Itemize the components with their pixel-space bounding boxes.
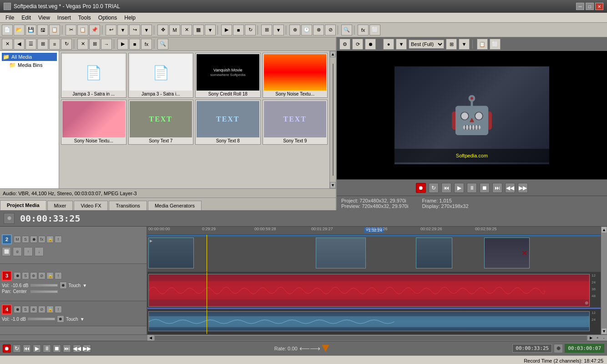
detail-button[interactable]: ≡ [49,39,60,50]
trim-button[interactable]: ⊘ [325,25,336,35]
track-tool-1[interactable]: ⊕ [4,213,15,224]
media-thumb-6[interactable]: TEXT Sony Text 8 [195,100,261,145]
undo-list-button[interactable]: ▼ [117,25,128,35]
h-scroll-right-arrow[interactable]: ▶ [588,335,594,341]
wipe-button[interactable]: ⬜ [369,25,380,35]
track-2-down-arrow[interactable]: ↓ [35,247,44,256]
track-2-expand[interactable]: ! [55,236,62,243]
video-clip-2[interactable] [316,238,366,268]
tree-item-all-media[interactable]: 📁 All Media [2,53,57,61]
cut-button[interactable]: ✂ [66,25,76,35]
stop-preview-btn[interactable]: ■ [129,39,140,50]
tl-time-btn[interactable]: ⊕ [554,344,563,353]
menu-file[interactable]: File [2,14,18,22]
track-2-opacity-icon[interactable]: α [13,247,22,256]
zoom-search-btn[interactable]: 🔍 [157,39,168,50]
event-button[interactable]: ▦ [193,25,204,35]
tab-transitions[interactable]: Transitions [109,201,147,210]
split-button[interactable]: ⊗ [313,25,324,35]
thumbnail-button[interactable]: ⊞ [37,39,48,50]
close-panel-button[interactable]: ✕ [2,39,13,50]
track-3-num[interactable]: 3 [2,271,12,281]
delete-button[interactable]: ✕ [77,39,88,50]
tab-mixer[interactable]: Mixer [47,201,73,210]
stop-button[interactable]: ■ [233,25,244,35]
track-4-solo[interactable]: S [22,306,29,313]
track-4-lock[interactable]: 🔒 [46,306,54,313]
track-4-record[interactable]: ⊕ [30,306,37,313]
tl-stop-btn[interactable]: ⏹ [53,344,61,353]
tl-loop-btn[interactable]: ↻ [13,344,21,353]
media-thumb-3[interactable]: Sony Noise Textu... [263,53,328,98]
fx-preview-btn[interactable]: fx [141,39,152,50]
grid-dropdown[interactable]: ▼ [273,25,284,35]
track-2-num[interactable]: 2 [2,234,12,244]
refresh-button[interactable]: ↻ [61,39,72,50]
play-button[interactable]: ▶ [221,25,232,35]
track-3-touch-dropdown[interactable]: ▼ [82,283,87,288]
preview-dropdown[interactable]: ▼ [459,39,470,50]
audio-clip-4[interactable] [148,311,590,331]
tab-media-generators[interactable]: Media Generators [148,201,202,210]
track-4-mute[interactable]: ⏺ [14,306,21,313]
prev-frame-btn[interactable]: ◀◀ [505,183,515,193]
quality-select[interactable]: Best (Full) Good (Full) Draft (Full) Bes… [409,40,444,49]
media-thumb-5[interactable]: TEXT Sony Text 7 [128,100,194,145]
prev-button[interactable]: ◀ [14,39,25,50]
loop-button[interactable]: ↻ [245,25,256,35]
clip-resize-handle[interactable]: ⊕ [585,300,588,305]
view-button[interactable]: ☰ [25,39,36,50]
menu-insert[interactable]: Insert [54,14,75,22]
copy-button[interactable]: 📋 [77,25,88,35]
side-scroll-up[interactable]: ▲ [601,227,607,233]
track-4-touch-dropdown[interactable]: ▼ [80,317,85,322]
media-thumb-7[interactable]: TEXT Sony Text 9 [263,100,328,145]
maximize-button[interactable]: □ [586,3,594,10]
edit-mode-button[interactable]: ✥ [157,25,168,35]
track-2-record[interactable]: ⏺ [30,236,37,243]
track-3-exc[interactable]: ! [55,272,62,279]
video-clip-3[interactable] [416,238,452,268]
tree-item-media-bins[interactable]: 📁 Media Bins [2,61,57,69]
fx-button[interactable]: fx [358,25,369,35]
minimize-button[interactable]: ─ [576,3,584,10]
rewind-btn[interactable]: ⏮ [441,183,451,193]
h-scroll-zoom-in[interactable]: + [594,335,601,341]
scroll-up-arrow[interactable]: ▲ [330,51,336,57]
grid-button[interactable]: ⊞ [261,25,272,35]
media-scrollbar[interactable]: ▲ ▼ [329,51,336,188]
redo-list-button[interactable]: ▼ [141,25,152,35]
track-3-mute[interactable]: ⏺ [14,272,21,279]
h-scroll-zoom-out[interactable]: - [601,335,607,341]
stop-btn[interactable]: ⏹ [480,183,490,193]
media-thumb-4[interactable]: Sony Noise Textu... [61,100,126,145]
video-clip-4[interactable]: ✕ [484,238,530,268]
redo-button[interactable]: ↪ [129,25,140,35]
track-2-up-arrow[interactable]: ↑ [24,247,33,256]
render-button[interactable]: ⊕ [289,25,300,35]
h-scroll-left-arrow[interactable]: ◀ [147,335,154,341]
play-preview-btn[interactable]: ▶ [117,39,128,50]
media-thumb-0[interactable]: 📄 Jampa 3 - Satra in ... [61,53,126,98]
scroll-down-arrow[interactable]: ▼ [330,182,336,188]
scrollbar-thumb[interactable] [333,64,334,176]
preview-settings-btn[interactable]: ⚙ [339,39,350,50]
track-3-lock[interactable]: 🔒 [46,272,54,279]
loop-btn[interactable]: ↻ [429,183,439,193]
track-4-touch-btn[interactable]: ⏺ [57,315,64,323]
menu-help[interactable]: Help [121,14,139,22]
preview-copy-btn[interactable]: 📋 [477,39,488,50]
next-btn[interactable]: ⏭ [492,183,502,193]
next-frame-btn[interactable]: ▶▶ [518,183,528,193]
track-3-pan-slider[interactable] [30,290,58,293]
paste-button[interactable]: 📌 [89,25,100,35]
track-3-expand[interactable]: ⊘ [38,272,46,279]
track-2-solo[interactable]: S [22,236,29,243]
preview-grid-btn[interactable]: ⊞ [446,39,457,50]
zoom-in-button[interactable]: 🔍 [341,25,352,35]
track-3-solo[interactable]: S [22,272,29,279]
track-2-pan-icon[interactable]: ⬜ [2,247,11,256]
timecode-button[interactable]: 🕐 [301,25,312,35]
menu-tools[interactable]: Tools [75,14,95,22]
track-4-exc[interactable]: ! [55,306,62,313]
